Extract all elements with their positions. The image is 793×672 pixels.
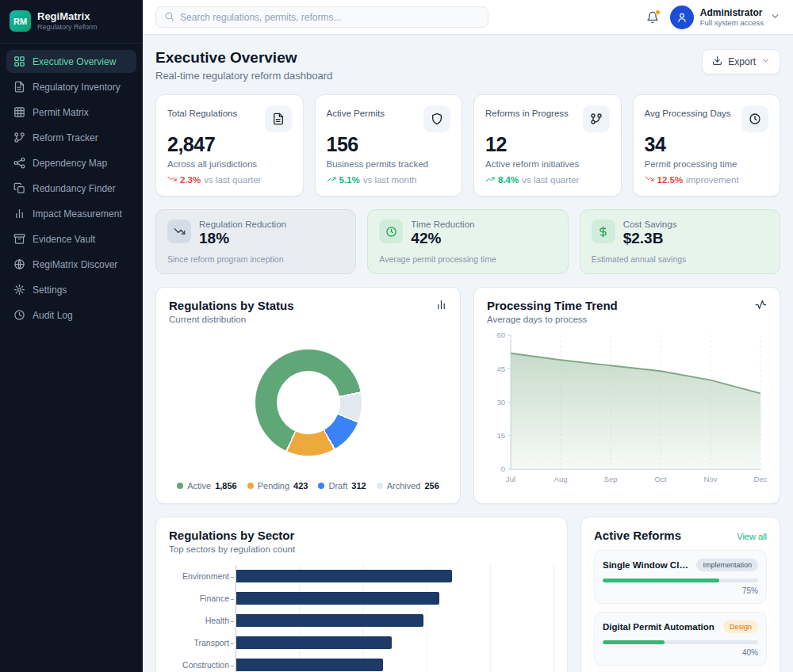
sidebar-item-reform-tracker[interactable]: Reform Tracker bbox=[6, 126, 136, 149]
sector-bar bbox=[236, 636, 392, 649]
gear-icon bbox=[13, 284, 25, 296]
brand-tagline: Regulatory Reform bbox=[37, 23, 98, 31]
brand: RM RegiMatrix Regulatory Reform bbox=[0, 0, 143, 44]
sidebar-item-label: Dependency Map bbox=[33, 158, 107, 169]
bottom-row: Regulations by Sector Top sectors by reg… bbox=[155, 517, 780, 672]
search-input[interactable] bbox=[180, 12, 480, 23]
svg-text:Jul: Jul bbox=[506, 474, 515, 483]
export-button[interactable]: Export bbox=[702, 49, 780, 74]
reform-progress-fill bbox=[603, 578, 719, 582]
reform-name: Single Window Clearance... bbox=[603, 560, 691, 570]
sidebar-item-impact-measurement[interactable]: Impact Measurement bbox=[6, 202, 136, 225]
globe-icon bbox=[13, 258, 25, 270]
user-name: Administrator bbox=[700, 7, 764, 18]
sidebar-item-label: Permit Matrix bbox=[33, 107, 89, 118]
sidebar-item-label: Reform Tracker bbox=[33, 132, 98, 143]
donut-hole bbox=[277, 371, 340, 434]
sidebar-item-label: Settings bbox=[33, 284, 67, 296]
highlight-value: 18% bbox=[199, 230, 286, 247]
kpi-delta-suffix: vs last month bbox=[363, 175, 417, 185]
user-icon bbox=[676, 12, 688, 23]
sector-track bbox=[236, 632, 554, 654]
kpi-label: Avg Processing Days bbox=[645, 105, 731, 118]
svg-text:45: 45 bbox=[496, 364, 505, 372]
view-all-link[interactable]: View all bbox=[737, 532, 767, 541]
brand-logo: RM bbox=[10, 10, 31, 32]
chart-title: Processing Time Trend bbox=[487, 299, 618, 312]
svg-text:Dec: Dec bbox=[754, 474, 767, 483]
sidebar-item-label: Audit Log bbox=[33, 310, 73, 321]
sector-label: Environment bbox=[169, 571, 236, 581]
sector-row: Transport bbox=[169, 632, 554, 654]
svg-text:Nov: Nov bbox=[704, 474, 718, 483]
kpi-card-total-regulations: Total Regulations 2,847 Across all juris… bbox=[155, 94, 304, 197]
sidebar-item-settings[interactable]: Settings bbox=[6, 278, 136, 301]
download-icon bbox=[712, 55, 722, 68]
sector-row: Health bbox=[169, 609, 554, 632]
kpi-value: 156 bbox=[327, 133, 451, 156]
sidebar-item-regulatory-inventory[interactable]: Regulatory Inventory bbox=[6, 75, 136, 98]
kpi-value: 34 bbox=[645, 133, 769, 156]
legend-dot bbox=[377, 483, 383, 489]
svg-text:Oct: Oct bbox=[655, 474, 667, 483]
sidebar-item-dependency-map[interactable]: Dependency Map bbox=[6, 151, 136, 174]
chart-subtitle: Average days to process bbox=[487, 315, 618, 324]
avatar bbox=[670, 6, 694, 29]
status-legend: Active 1,856 Pending 423 Draft 312 bbox=[169, 481, 447, 492]
trend-chart: 015304560JulAugSepOctNovDec bbox=[487, 329, 767, 492]
file-text-icon bbox=[265, 105, 292, 132]
sidebar-item-evidence-vault[interactable]: Evidence Vault bbox=[6, 227, 136, 250]
sidebar-item-permit-matrix[interactable]: Permit Matrix bbox=[6, 101, 136, 124]
search-box bbox=[155, 6, 488, 28]
kpi-delta-value: 12.5% bbox=[657, 175, 684, 185]
bar-chart-icon bbox=[435, 299, 447, 314]
reform-progress-fill bbox=[603, 640, 665, 644]
reform-progress-label: 75% bbox=[603, 586, 758, 595]
sidebar-item-audit-log[interactable]: Audit Log bbox=[6, 304, 136, 326]
kpi-sub: Business permits tracked bbox=[327, 159, 451, 169]
sidebar-item-executive-overview[interactable]: Executive Overview bbox=[6, 50, 136, 73]
reform-item[interactable]: Digital Permit Automation Design 40% bbox=[594, 612, 767, 666]
notifications-button[interactable] bbox=[646, 11, 659, 24]
kpi-delta-suffix: improvement bbox=[686, 175, 738, 185]
svg-text:15: 15 bbox=[496, 431, 505, 440]
trend-up-icon bbox=[485, 174, 495, 185]
highlight-sub: Average permit processing time bbox=[379, 254, 556, 264]
page-subtitle: Real-time regulatory reform dashboard bbox=[155, 70, 332, 82]
notification-dot bbox=[655, 10, 661, 15]
highlight-value: $2.3B bbox=[623, 230, 677, 247]
sidebar-item-redundancy-finder[interactable]: Redundancy Finder bbox=[6, 177, 136, 200]
trend-down-icon bbox=[167, 220, 191, 243]
kpi-value: 12 bbox=[485, 133, 610, 156]
status-donut bbox=[255, 349, 362, 456]
main: Administrator Full system access Executi… bbox=[143, 0, 793, 672]
export-label: Export bbox=[728, 56, 756, 67]
svg-text:Aug: Aug bbox=[554, 474, 568, 483]
highlight-value: 42% bbox=[411, 230, 474, 247]
trend-down-icon bbox=[645, 174, 654, 185]
table-icon bbox=[13, 106, 25, 118]
kpi-delta-value: 8.4% bbox=[498, 175, 519, 185]
reform-item[interactable]: Single Window Clearance... Implementatio… bbox=[594, 550, 767, 604]
sidebar-item-label: Impact Measurement bbox=[33, 208, 122, 220]
content: Executive Overview Real-time regulatory … bbox=[143, 35, 793, 672]
sector-label: Transport bbox=[169, 638, 236, 647]
sector-label: Health bbox=[169, 616, 236, 625]
reform-stage-badge: Design bbox=[723, 620, 758, 633]
sidebar-item-regimatrix-discover[interactable]: RegiMatrix Discover bbox=[6, 253, 136, 276]
clock-icon bbox=[379, 220, 403, 243]
history-icon bbox=[13, 309, 25, 321]
highlight-label: Cost Savings bbox=[623, 220, 677, 229]
git-branch-icon bbox=[13, 132, 25, 143]
svg-text:60: 60 bbox=[496, 330, 505, 339]
bar-chart-icon bbox=[13, 208, 25, 220]
highlight-row: Regulation Reduction 18% Since reform pr… bbox=[155, 209, 780, 274]
reform-progress-label: 40% bbox=[603, 648, 758, 657]
activity-icon bbox=[755, 299, 767, 314]
chart-subtitle: Current distribution bbox=[169, 315, 294, 324]
reform-progress-track bbox=[603, 578, 758, 582]
user-menu[interactable]: Administrator Full system access bbox=[670, 6, 780, 29]
topbar-right: Administrator Full system access bbox=[646, 6, 780, 29]
highlight-cost-savings: Cost Savings $2.3B Estimated annual savi… bbox=[580, 209, 780, 274]
kpi-delta-value: 2.3% bbox=[180, 175, 201, 185]
